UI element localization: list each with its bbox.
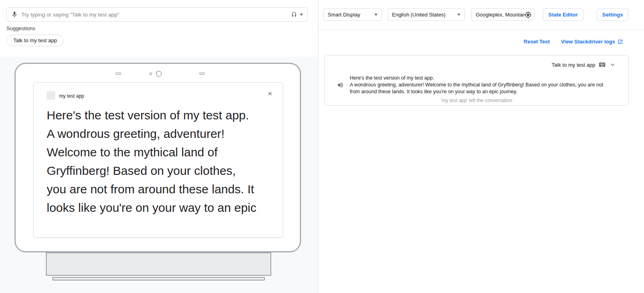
device-sensor-icon bbox=[116, 72, 121, 75]
device-camera-dot-icon bbox=[149, 72, 152, 75]
response-line: Here's the test version of my test app. bbox=[350, 75, 611, 82]
screen-text-line: Here's the test version of my test app. bbox=[47, 106, 277, 125]
conversation-card: Talk to my test app bbox=[324, 55, 629, 106]
keyboard-icon bbox=[599, 61, 606, 68]
speaker-icon[interactable] bbox=[337, 75, 344, 95]
device-sensor-icon bbox=[199, 72, 205, 75]
screen-text-line: looks like you're on your way to an epic bbox=[47, 199, 277, 215]
external-link-icon bbox=[617, 39, 623, 45]
suggestion-chip[interactable]: Talk to my test app bbox=[6, 35, 64, 46]
screen-text-line: Gryffinberg! Based on your clothes, bbox=[47, 162, 277, 180]
smart-display-frame: my test app × Here's the test version of… bbox=[14, 63, 301, 252]
user-query-row: Talk to my test app bbox=[552, 61, 616, 68]
query-input[interactable] bbox=[21, 12, 291, 18]
location-field bbox=[471, 8, 535, 21]
conversation-status: 'my test app' left the conversation bbox=[325, 98, 628, 103]
app-name-label: my test app bbox=[59, 93, 84, 99]
view-logs-label: View Stackdriver logs bbox=[561, 39, 615, 45]
surface-select[interactable]: Smart Display bbox=[323, 8, 382, 21]
device-screen-card: my test app × Here's the test version of… bbox=[33, 82, 283, 238]
settings-button[interactable]: Settings bbox=[597, 8, 628, 21]
surface-select-value: Smart Display bbox=[328, 12, 372, 18]
screen-text-line: A wondrous greeting, adventurer! bbox=[47, 125, 277, 143]
app-response-text: Here's the test version of my test app. … bbox=[350, 75, 611, 95]
simulator-right-panel: Smart Display English (United States) St… bbox=[318, 0, 644, 293]
reset-test-link[interactable]: Reset Test bbox=[524, 39, 550, 45]
audio-input-icon[interactable] bbox=[291, 11, 297, 18]
simulator-left-panel: Suggestions Talk to my test app my test … bbox=[0, 0, 318, 293]
chevron-down-icon bbox=[374, 14, 378, 16]
query-input-bar bbox=[6, 7, 308, 22]
device-foot bbox=[52, 277, 265, 281]
simulator-toolbar: Smart Display English (United States) St… bbox=[318, 0, 644, 30]
device-screen-text: Here's the test version of my test app. … bbox=[47, 106, 277, 215]
language-select-value: English (United States) bbox=[392, 12, 455, 18]
device-screen-header: my test app × bbox=[34, 83, 283, 103]
suggestions-label: Suggestions bbox=[6, 25, 35, 31]
device-stand bbox=[46, 252, 271, 276]
simulator-page: Suggestions Talk to my test app my test … bbox=[0, 0, 644, 293]
location-input[interactable] bbox=[476, 12, 524, 18]
chevron-down-icon bbox=[457, 14, 460, 16]
screen-text-line: Welcome to the mythical land of bbox=[47, 143, 277, 162]
app-response-row: Here's the test version of my test app. … bbox=[337, 75, 619, 95]
chevron-down-icon[interactable] bbox=[609, 61, 616, 68]
app-avatar bbox=[47, 91, 55, 100]
user-query-label: Talk to my test app bbox=[552, 62, 595, 68]
language-select[interactable]: English (United States) bbox=[388, 8, 465, 21]
device-camera-icon bbox=[156, 71, 162, 77]
close-icon[interactable]: × bbox=[268, 90, 272, 97]
screen-text-line: you are not from around these lands. It bbox=[47, 180, 277, 199]
response-body: A wondrous greeting, adventurer! Welcome… bbox=[350, 82, 611, 95]
state-editor-button[interactable]: State Editor bbox=[543, 8, 583, 21]
test-links-row: Reset Test View Stackdriver logs bbox=[524, 39, 623, 45]
view-stackdriver-logs-link[interactable]: View Stackdriver logs bbox=[561, 39, 623, 45]
microphone-icon[interactable] bbox=[11, 11, 18, 18]
audio-menu-caret-icon[interactable] bbox=[300, 14, 303, 16]
my-location-icon[interactable] bbox=[524, 11, 532, 18]
